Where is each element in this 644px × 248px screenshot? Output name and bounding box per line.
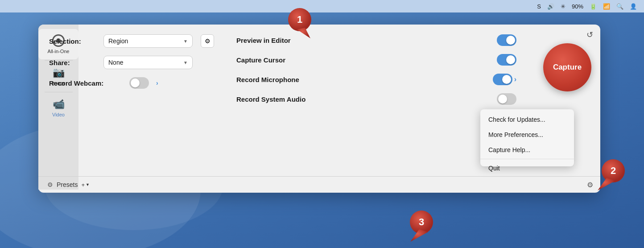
- svg-text:3: 3: [419, 216, 424, 227]
- share-label: Share:: [49, 59, 98, 66]
- svg-marker-7: [410, 229, 428, 242]
- capture-help-item[interactable]: Capture Help...: [480, 142, 574, 157]
- quit-item[interactable]: Quit: [480, 161, 574, 176]
- volume-icon: 🔊: [547, 3, 554, 10]
- webcam-chevron-icon[interactable]: ›: [156, 79, 158, 87]
- webcam-row: Record Webcam: ›: [49, 77, 219, 89]
- capture-button-label: Capture: [553, 63, 582, 72]
- system-audio-toggle[interactable]: [497, 93, 516, 105]
- battery-percent: 90%: [572, 3, 583, 10]
- webcam-toggle[interactable]: [129, 77, 149, 89]
- app-icon-snagit: S: [537, 3, 541, 10]
- bottom-bar: ⚙ Presets + ▼ ⚙: [38, 176, 600, 193]
- share-value: None: [108, 59, 181, 66]
- system-audio-label: Record System Audio: [236, 95, 334, 103]
- main-panel: ↺ All-in-One 📷 Image 📹 Video: [38, 25, 600, 193]
- cursor-toggle[interactable]: [497, 54, 516, 66]
- capture-button[interactable]: Capture: [543, 43, 591, 91]
- badge-2-callout: 2: [593, 158, 633, 194]
- plus-arrow-icon: ▼: [86, 182, 90, 187]
- plus-icon: +: [81, 182, 85, 188]
- selection-gear-button[interactable]: ⚙: [201, 34, 214, 48]
- check-updates-item[interactable]: Check for Updates...: [480, 112, 574, 127]
- preview-toggle[interactable]: [497, 34, 516, 46]
- right-controls: Preview in Editor Capture Cursor: [219, 34, 516, 105]
- selection-row: Selection: Region ▼ ⚙: [49, 34, 219, 48]
- add-preset-button[interactable]: + ▼: [81, 182, 90, 188]
- microphone-label: Record Microphone: [236, 76, 334, 83]
- user-icon: 👤: [630, 3, 637, 10]
- share-dropdown-arrow: ▼: [183, 60, 188, 65]
- presets-label: Presets: [57, 181, 78, 188]
- left-controls: Selection: Region ▼ ⚙ Share: None ▼: [49, 34, 219, 89]
- content-area: Selection: Region ▼ ⚙ Share: None ▼: [38, 25, 600, 176]
- share-row: Share: None ▼: [49, 56, 219, 69]
- svg-text:2: 2: [611, 165, 616, 176]
- capture-area: Capture Check for Updates... More Prefer…: [516, 43, 591, 91]
- badge-1: 1: [284, 6, 319, 42]
- bluetooth-icon: ✳: [561, 3, 566, 10]
- system-audio-row: Record System Audio: [236, 93, 516, 105]
- webcam-label: Record Webcam:: [49, 79, 124, 87]
- selection-label: Selection:: [49, 37, 98, 45]
- search-icon: 🔍: [616, 3, 623, 10]
- cursor-row: Capture Cursor: [236, 54, 516, 66]
- settings-gear-button[interactable]: ⚙: [587, 181, 593, 189]
- context-menu: Check for Updates... More Preferences...…: [480, 109, 574, 166]
- presets-gear-icon[interactable]: ⚙: [47, 181, 53, 188]
- selection-dropdown[interactable]: Region ▼: [103, 34, 193, 48]
- context-menu-divider: [480, 159, 574, 159]
- battery-icon: 🔋: [590, 3, 597, 10]
- share-dropdown[interactable]: None ▼: [103, 56, 193, 69]
- preview-row: Preview in Editor: [236, 34, 516, 46]
- more-preferences-item[interactable]: More Preferences...: [480, 127, 574, 142]
- selection-value: Region: [108, 37, 181, 45]
- svg-marker-1: [297, 28, 310, 38]
- microphone-row: Record Microphone ›: [236, 74, 516, 85]
- selection-dropdown-arrow: ▼: [183, 39, 188, 44]
- badge-3-callout: 3: [401, 210, 442, 245]
- menubar: S 🔊 ✳ 90% 🔋 📶 🔍 👤: [0, 0, 644, 12]
- cursor-label: Capture Cursor: [236, 56, 334, 64]
- svg-text:1: 1: [297, 14, 302, 25]
- svg-marker-4: [598, 178, 615, 190]
- wifi-icon: 📶: [603, 3, 610, 10]
- microphone-toggle[interactable]: [493, 74, 512, 85]
